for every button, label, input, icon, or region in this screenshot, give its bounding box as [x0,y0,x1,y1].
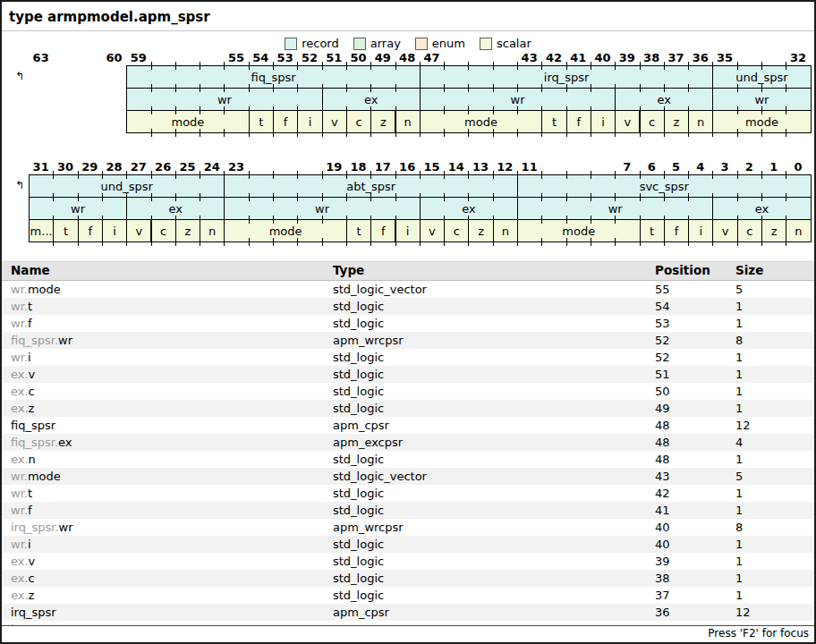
table-row[interactable]: wr.istd_logic521 [2,349,814,366]
bitfield-cell[interactable]: c [346,110,371,133]
bitfield-cell[interactable]: t [249,110,274,133]
table-row[interactable]: wr.tstd_logic541 [2,298,814,315]
bitfield-cell[interactable]: z [175,219,200,242]
table-row[interactable]: ex.zstd_logic371 [2,587,814,604]
wrap-arrow-icon: ↰ [15,70,24,82]
bitfield-cell[interactable]: f [370,219,395,242]
table-row[interactable]: ex.vstd_logic391 [2,553,814,570]
column-header-position[interactable]: Position [646,262,727,280]
bitfield-cell[interactable]: m... [29,219,54,242]
bitfield-cell[interactable]: n [786,219,811,242]
table-row[interactable]: wr.fstd_logic411 [2,502,814,519]
table-row[interactable]: wr.tstd_logic421 [2,485,814,502]
legend-label: array [370,37,401,50]
bitfield-cell[interactable]: i [688,219,713,242]
field-name-cell: ex.n [2,451,324,468]
bit-tick [517,171,518,179]
column-header-name[interactable]: Name [2,262,324,280]
table-row[interactable]: ex.cstd_logic501 [2,383,814,400]
field-name: c [29,385,35,398]
bitfield-cell[interactable]: z [761,219,786,242]
table-row[interactable]: wr.istd_logic401 [2,536,814,553]
field-size-cell: 1 [727,400,816,417]
bitfield-cell[interactable]: t [541,110,566,133]
bitfield-cell[interactable]: n [395,110,421,133]
field-size-cell: 1 [727,536,816,553]
bitfield-cell[interactable]: mode [517,219,641,242]
bit-tick [664,106,665,114]
bit-tick [712,62,713,70]
table-row[interactable]: ex.zstd_logic491 [2,400,814,417]
bit-tick [493,106,494,114]
bitfield-cell[interactable]: i [102,219,127,242]
bit-tick [395,193,396,201]
table-row[interactable]: irq_spsr.wrapm_wrcpsr408 [2,519,814,536]
bitfield-cell[interactable]: i [591,110,616,133]
table-row[interactable]: fiq_spsr.exapm_excpsr484 [2,434,814,451]
table-row[interactable]: irq_spsrapm_cpsr3612 [2,604,814,621]
bitfield-cell[interactable]: v [420,219,445,242]
field-size-cell: 1 [727,349,816,366]
field-size-cell: 1 [727,451,816,468]
bitfield-cell[interactable]: mode [420,110,543,133]
bitfield-cell[interactable]: z [370,110,395,133]
bitfield-cell[interactable]: t [53,219,78,242]
bitfield-cell[interactable]: v [322,110,347,133]
table-row[interactable]: ex.cstd_logic381 [2,570,814,587]
field-name-prefix: wr. [11,470,28,483]
bitfield-cell[interactable]: t [346,219,371,242]
bitfield-cell[interactable]: z [664,110,689,133]
bit-tick [517,62,518,70]
bitfield-cell[interactable]: c [640,110,665,133]
bit-tick [273,216,274,224]
field-name: f [28,317,32,330]
table-row[interactable]: ex.vstd_logic511 [2,366,814,383]
bitfield-cell[interactable]: z [468,219,493,242]
bitfield-cell[interactable]: v [615,110,640,133]
table-row[interactable]: fiq_spsrapm_cpsr4812 [2,417,814,434]
bitfield-cell[interactable]: c [444,219,469,242]
table-row[interactable]: wr.fstd_logic531 [2,315,814,332]
bit-tick [224,171,225,179]
field-type-cell: std_logic [324,451,646,468]
bitfield-cell[interactable]: mode [224,219,347,242]
bitfield-cell[interactable]: v [712,219,737,242]
table-row[interactable]: wr.modestd_logic_vector435 [2,468,814,485]
bitfield-cell[interactable]: c [737,219,762,242]
table-row[interactable]: fiq_spsr.wrapm_wrcpsr528 [2,332,814,349]
bit-tick [370,84,371,92]
bit-tick [541,62,542,70]
bitfield-cell[interactable]: mode [126,110,250,133]
bit-tick [493,129,494,137]
bitfield-cell[interactable]: i [395,219,421,242]
bitfield-cell[interactable]: f [664,219,689,242]
bit-tick [664,216,665,224]
bitfield-cell[interactable]: f [78,219,103,242]
bit-tick [688,171,689,179]
column-header-size[interactable]: Size [727,262,816,280]
column-header-type[interactable]: Type [324,262,646,280]
field-name-prefix: wr. [11,351,28,364]
bitfield-cell[interactable]: c [151,219,176,242]
bit-index-label: 18 [346,160,370,174]
bitfield-cell[interactable]: f [273,110,298,133]
bit-tick [346,216,347,224]
bitfield-rows: ↰und_spsrabt_spsrsvc_spsrwrexwrexwrexm..… [29,174,812,242]
bit-tick [151,129,152,137]
bitfield-diagrams: 6360595554535251504948474342414039383736… [2,51,814,242]
bit-tick [200,216,200,224]
bit-tick [566,84,567,92]
bitfield-cell[interactable]: t [640,219,665,242]
bitfield-cell[interactable]: f [566,110,591,133]
bitfield-cell[interactable]: n [493,219,518,242]
bitfield-cell[interactable]: n [200,219,225,242]
table-row[interactable]: ex.nstd_logic481 [2,451,814,468]
table-row[interactable]: wr.modestd_logic_vector555 [2,281,814,298]
bit-tick [175,193,176,201]
bit-tick [126,216,127,224]
legend-item-record: record [285,37,339,50]
bit-tick [664,62,665,70]
bitfield-cell[interactable]: v [126,219,151,242]
bitfield-cell[interactable]: i [297,110,322,133]
bitfield-cell[interactable]: n [688,110,713,133]
